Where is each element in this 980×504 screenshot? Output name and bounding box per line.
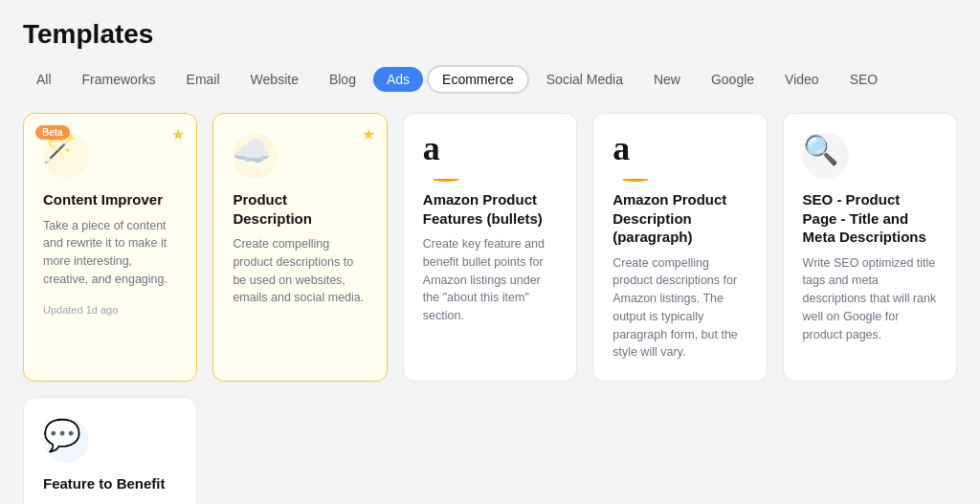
page-title: Templates [23,19,957,50]
card-feature-to-benefit[interactable]: 💬Feature to BenefitTurn your product fea… [23,397,197,504]
card-icon-amazon-description: a [612,133,658,179]
card-icon-content-improver: 🪄 [43,133,89,179]
tab-website[interactable]: Website [237,67,312,92]
card-title: Amazon Product Features (bullets) [423,190,557,228]
star-icon[interactable]: ★ [362,125,375,143]
tab-frameworks[interactable]: Frameworks [69,67,169,92]
card-desc: Create compelling product descriptions t… [233,235,367,307]
card-updated: Updated 1d ago [43,304,177,316]
card-product-description[interactable]: ★☁️Product DescriptionCreate compelling … [212,113,387,382]
beta-badge: Beta [35,125,70,140]
card-desc: Turn your product features into benefits… [43,501,177,505]
tab-ecommerce[interactable]: Ecommerce [427,65,529,94]
card-desc: Take a piece of content and rewrite it t… [43,217,177,289]
card-desc: Create key feature and benefit bullet po… [423,235,557,325]
card-icon-amazon-features: a [423,133,469,179]
tab-ads[interactable]: Ads [373,67,423,92]
card-title: Content Improver [43,190,177,209]
card-seo-product-page[interactable]: 🔍SEO - Product Page - Title and Meta Des… [783,113,957,382]
card-title: SEO - Product Page - Title and Meta Desc… [803,190,937,247]
card-icon-feature-to-benefit: 💬 [43,417,89,463]
cards-row-1: Beta★🪄Content ImproverTake a piece of co… [23,113,957,382]
tab-new[interactable]: New [640,67,694,92]
card-icon-product-description: ☁️ [233,133,278,179]
card-desc: Write SEO optimized title tags and meta … [803,254,937,344]
tab-video[interactable]: Video [771,67,833,92]
card-title: Amazon Product Description (paragraph) [612,190,746,247]
card-title: Product Description [233,190,367,228]
tab-email[interactable]: Email [173,67,234,92]
card-content-improver[interactable]: Beta★🪄Content ImproverTake a piece of co… [23,113,197,382]
card-amazon-description[interactable]: a Amazon Product Description (paragraph)… [592,113,767,382]
tab-all[interactable]: All [23,67,65,92]
tab-google[interactable]: Google [698,67,768,92]
card-desc: Create compelling product descriptions f… [612,254,746,362]
tab-blog[interactable]: Blog [316,67,369,92]
star-icon[interactable]: ★ [171,125,185,143]
cards-row-2: 💬Feature to BenefitTurn your product fea… [23,397,957,504]
card-icon-seo-product-page: 🔍 [803,133,849,179]
tab-seo[interactable]: SEO [836,67,892,92]
card-amazon-features[interactable]: a Amazon Product Features (bullets)Creat… [403,113,577,382]
tab-social-media[interactable]: Social Media [533,67,636,92]
card-title: Feature to Benefit [43,474,177,493]
tab-bar: AllFrameworksEmailWebsiteBlogAdsEcommerc… [23,65,957,94]
